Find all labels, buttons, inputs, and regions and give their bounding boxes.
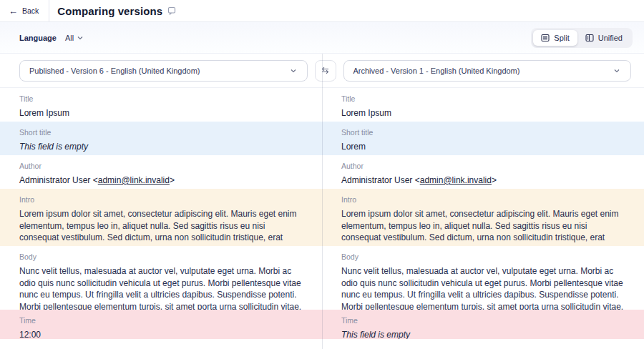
field-label: Author <box>19 162 303 170</box>
swap-versions-button[interactable] <box>315 60 336 82</box>
comment-bubble-icon <box>167 6 176 15</box>
field-label: Body <box>19 252 303 261</box>
field-label: Time <box>19 316 303 325</box>
split-view-icon <box>541 34 550 42</box>
author-email-link[interactable]: admin@link.invalid <box>420 175 492 185</box>
field-value: Administrator User <admin@link.invalid> <box>19 174 303 186</box>
field-label: Title <box>341 94 625 103</box>
field-value: Nunc velit tellus, malesuada at auctor v… <box>341 265 625 310</box>
field-value: Lorem Ipsum <box>19 107 303 119</box>
field-cell-right: Short title Lorem <box>322 122 644 155</box>
field-value: Lorem ipsum dolor sit amet, consectetur … <box>341 208 625 246</box>
field-value: Lorem ipsum dolor sit amet, consectetur … <box>19 208 303 246</box>
split-view-label: Split <box>554 34 569 42</box>
author-suffix: > <box>492 175 497 185</box>
language-filter: Language All <box>19 34 84 42</box>
view-mode-toggle: Split Unified <box>531 28 633 48</box>
field-cell-right: Time This field is empty <box>322 310 644 339</box>
field-label: Author <box>341 162 625 170</box>
compare-area: Published - Version 6 - English (United … <box>0 54 644 349</box>
controls-bar: Language All Split <box>0 22 644 54</box>
unified-view-icon <box>585 34 594 42</box>
chevron-down-icon <box>613 67 621 75</box>
field-cell-left: Time 12:00 <box>0 310 322 339</box>
field-label: Intro <box>341 195 625 204</box>
chevron-down-icon <box>77 34 84 41</box>
field-value: 12:00 <box>19 329 303 339</box>
split-view-button[interactable]: Split <box>533 30 577 46</box>
top-bar: ← Back Comparing versions <box>0 0 644 22</box>
field-label: Short title <box>341 128 625 137</box>
field-label: Time <box>341 316 625 325</box>
field-value: Nunc velit tellus, malesuada at auctor v… <box>19 265 303 310</box>
field-value: Lorem Ipsum <box>341 107 625 119</box>
language-value: All <box>65 34 74 42</box>
author-email-link[interactable]: admin@link.invalid <box>98 175 170 185</box>
page-title: Comparing versions <box>57 5 162 17</box>
field-cell-left: Intro Lorem ipsum dolor sit amet, consec… <box>0 189 322 246</box>
field-cell-right: Body Nunc velit tellus, malesuada at auc… <box>322 246 644 310</box>
field-cell-left: Title Lorem Ipsum <box>0 88 322 122</box>
chevron-down-icon <box>289 67 298 75</box>
back-arrow-icon: ← <box>9 6 18 16</box>
language-label: Language <box>19 34 57 42</box>
field-value-empty: This field is empty <box>19 141 303 152</box>
author-name: Administrator User < <box>19 175 98 185</box>
left-version-value: Published - Version 6 - English (United … <box>29 67 200 75</box>
back-button[interactable]: ← Back <box>0 0 49 21</box>
field-label: Title <box>19 94 303 103</box>
field-cell-left: Body Nunc velit tellus, malesuada at auc… <box>0 246 322 310</box>
unified-view-label: Unified <box>598 34 623 42</box>
field-cell-right: Title Lorem Ipsum <box>322 88 644 122</box>
left-version-dropdown[interactable]: Published - Version 6 - English (United … <box>19 60 308 82</box>
right-version-value: Archived - Version 1 - English (United K… <box>353 67 520 75</box>
field-value: Lorem <box>341 141 625 152</box>
field-cell-right: Intro Lorem ipsum dolor sit amet, consec… <box>322 189 644 246</box>
back-label: Back <box>22 6 39 15</box>
field-label: Body <box>341 252 625 261</box>
author-suffix: > <box>170 175 175 185</box>
column-divider <box>322 54 323 349</box>
unified-view-button[interactable]: Unified <box>577 30 630 46</box>
field-label: Intro <box>19 195 303 204</box>
field-cell-right: Author Administrator User <admin@link.in… <box>322 155 644 189</box>
language-dropdown[interactable]: All <box>65 34 84 42</box>
field-value: Administrator User <admin@link.invalid> <box>341 174 625 186</box>
field-cell-left: Short title This field is empty <box>0 122 322 155</box>
field-label: Short title <box>19 128 303 137</box>
field-cell-left: Author Administrator User <admin@link.in… <box>0 155 322 189</box>
right-version-dropdown[interactable]: Archived - Version 1 - English (United K… <box>343 60 632 82</box>
field-value-empty: This field is empty <box>341 329 625 339</box>
author-name: Administrator User < <box>341 175 420 185</box>
